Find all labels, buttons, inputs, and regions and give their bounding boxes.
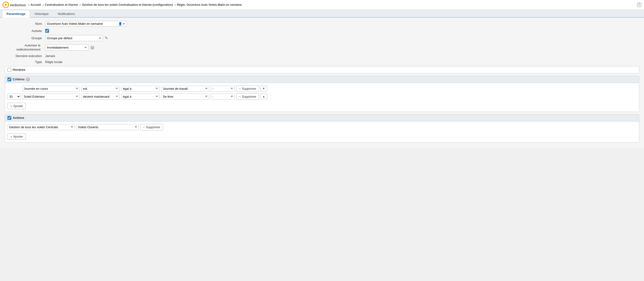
breadcrumb-arrow-3: ➜ — [174, 3, 176, 6]
criteria-comparator-0[interactable]: égal à — [121, 86, 160, 92]
criteria-field-1[interactable]: Soleil Extérieur — [22, 94, 80, 100]
svg-point-1 — [5, 4, 7, 6]
form-section: Nom 👤 ▼ Activée Groupe Groupe par défaut… — [5, 21, 639, 64]
plus-icon-criteria: + — [10, 104, 12, 108]
criteria-operator-1[interactable]: devient maintenant — [81, 94, 120, 100]
groupe-select[interactable]: Groupe par défaut — [45, 35, 103, 41]
activee-checkbox[interactable] — [45, 29, 49, 33]
nom-label: Nom — [5, 22, 43, 26]
groupe-edit-icon[interactable]: ✎ — [105, 36, 110, 41]
derniere-value: Jamais — [45, 54, 55, 58]
criteria-add-button[interactable]: + Ajouter — [8, 103, 26, 109]
type-label: Type — [5, 60, 43, 64]
tab-parametrage[interactable]: Paramétrage — [2, 10, 30, 18]
criteria-row-0: Journée en cours est égal à Journée de t… — [8, 86, 636, 92]
criteria-connector-1: Et — [8, 93, 21, 100]
type-row: Type Règle locale — [5, 60, 639, 64]
main-content: Nom 👤 ▼ Activée Groupe Groupe par défaut… — [0, 18, 644, 148]
criteres-label: Critères — [13, 78, 24, 81]
action-supprimer-label: Supprimer — [146, 125, 160, 129]
help-icon[interactable]: ? — [637, 2, 642, 7]
action-value-0[interactable]: Volets Ouverts — [76, 124, 139, 130]
criteria-value2-0[interactable]: - — [211, 86, 235, 92]
breadcrumb-item-0[interactable]: Accueil — [30, 3, 41, 6]
breadcrumb-item-3[interactable]: Règle: Ouverture Auto Volets Matin en se… — [177, 3, 242, 6]
derniere-label: Dernière exécution — [5, 54, 43, 58]
criteres-checkbox[interactable] — [8, 78, 11, 81]
autoriser-help-icon[interactable]: ? — [90, 46, 94, 50]
minus-icon-0: − — [239, 86, 241, 91]
criteres-content: Journée en cours est égal à Journée de t… — [5, 83, 639, 112]
breadcrumb-arrow-0: ➜ — [28, 3, 30, 6]
logo-text: eedomus — [10, 3, 26, 7]
plus-icon-actions: + — [10, 134, 12, 138]
breadcrumb-arrow-1: ➜ — [42, 3, 44, 6]
activee-label: Activée — [5, 29, 43, 33]
criteres-header: Critères ? — [5, 76, 639, 83]
action-device-0[interactable]: Gestion de tous les volets Centralis — [8, 124, 75, 130]
criteria-down-arrow-0[interactable]: ▼ — [260, 86, 267, 92]
minus-icon-1: − — [239, 94, 241, 99]
activee-row: Activée — [5, 29, 639, 33]
breadcrumb-item-2[interactable]: Gestion de tous les volets Centralisatio… — [82, 3, 173, 6]
actions-header: Actions — [5, 114, 639, 122]
type-value: Règle locale — [45, 60, 62, 64]
action-add-label: Ajouter — [13, 135, 23, 138]
criteria-row-1: Et Soleil Extérieur devient maintenant é… — [8, 93, 636, 100]
breadcrumb-item-1[interactable]: Centralisation et Alarme — [45, 3, 78, 6]
action-row-0: Gestion de tous les volets Centralis Vol… — [8, 124, 636, 130]
tabs: Paramétrage Historique Notifications — [0, 10, 644, 18]
criteria-up-arrow-1[interactable]: ▲ — [260, 94, 267, 99]
criteria-field-0[interactable]: Journée en cours — [22, 86, 80, 92]
criteres-help-icon[interactable]: ? — [26, 78, 30, 81]
supprimer-label-1: Supprimer — [242, 95, 256, 98]
groupe-label: Groupe — [5, 36, 43, 40]
actions-section: Actions Gestion de tous les volets Centr… — [5, 114, 639, 142]
criteria-connector-select-1[interactable]: Et — [8, 93, 21, 100]
criteria-supprimer-1[interactable]: − Supprimer — [236, 93, 259, 100]
derniere-row: Dernière exécution Jamais — [5, 54, 639, 58]
actions-content: Gestion de tous les volets Centralis Vol… — [5, 122, 639, 142]
autoriser-select[interactable]: Immédiatement — [45, 44, 88, 50]
criteria-value1-1[interactable]: Se lève — [161, 94, 209, 100]
logo[interactable]: eedomus — [2, 2, 26, 8]
header: eedomus ➜ Accueil ➜ Centralisation et Al… — [0, 0, 644, 10]
criteria-supprimer-0[interactable]: − Supprimer — [236, 86, 259, 92]
breadcrumb-arrow-2: ➜ — [79, 3, 81, 6]
criteria-value1-0[interactable]: Journée de travail — [161, 86, 209, 92]
horaires-checkbox[interactable] — [8, 68, 11, 72]
supprimer-label-0: Supprimer — [242, 87, 256, 90]
minus-icon-action-0: − — [143, 125, 145, 129]
actions-checkbox[interactable] — [8, 116, 11, 120]
groupe-row: Groupe Groupe par défaut ✎ — [5, 35, 639, 41]
nom-field-wrapper[interactable]: 👤 ▼ — [45, 21, 127, 26]
action-supprimer-0[interactable]: − Supprimer — [140, 124, 163, 130]
actions-label: Actions — [13, 116, 24, 120]
breadcrumb: ➜ Accueil ➜ Centralisation et Alarme ➜ G… — [28, 3, 635, 6]
criteria-comparator-1[interactable]: égal à — [121, 94, 160, 100]
criteria-add-label: Ajouter — [13, 104, 23, 108]
criteres-section: Critères ? Journée en cours est égal à J… — [5, 76, 639, 112]
nom-row: Nom 👤 ▼ — [5, 21, 639, 26]
criteria-operator-0[interactable]: est — [81, 86, 120, 92]
nom-input[interactable] — [47, 22, 117, 26]
autoriser-label: Autoriser le — [5, 44, 42, 48]
tab-notifications[interactable]: Notifications — [53, 10, 79, 18]
action-add-button[interactable]: + Ajouter — [8, 133, 26, 140]
nom-dropdown-caret[interactable]: ▼ — [123, 22, 125, 25]
autoriser-row: Autoriser le redéclenchement Immédiateme… — [5, 44, 639, 52]
horaires-section: Horaires — [5, 66, 639, 74]
horaires-label: Horaires — [13, 68, 26, 72]
autoriser-label2: redéclenchement — [5, 48, 42, 52]
criteria-value2-1[interactable]: - — [211, 94, 235, 100]
person-icon: 👤 — [118, 22, 122, 26]
tab-historique[interactable]: Historique — [30, 10, 54, 18]
